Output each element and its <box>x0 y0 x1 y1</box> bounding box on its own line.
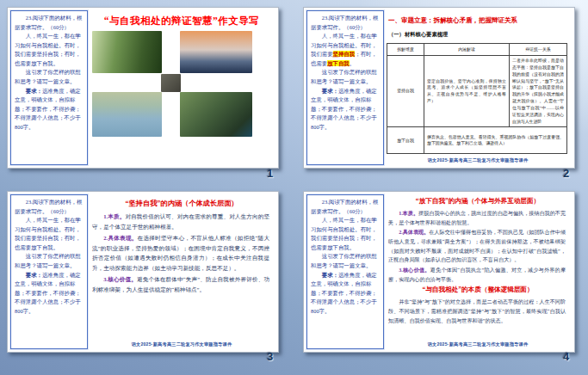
prompt-line: 23.阅读下面的材料，根据要求写作。（60分） <box>15 198 84 216</box>
numbered-point: 2.具体表现。在人际交往中懂得包容妥协，不固执己见（如团队合作中倾听他人意见，寻… <box>388 228 566 265</box>
photo-meditating-man-bamboo <box>92 31 162 73</box>
prompt-requirements: 要求：选准角度，确定立意，明确文体，自拟标题；不要套作，不得抄袭；不得泄露个人信… <box>311 271 380 317</box>
cell-meaning-keep-self: 坚定自我价值、坚守内心准则，保持独立思考、追求个人成长（如坚持理想不盲从、正视自… <box>424 56 510 127</box>
slide-thumbnail-1[interactable]: 23.阅读下面的材料，根据要求写作。（60分） 人，终其一生，都在学习如何与自我… <box>7 7 279 169</box>
section-title: “放下自我”的内涵（个体与外界互动层面） <box>383 197 573 206</box>
numbered-point: 1.本质。对自我价值的认可、对内在需求的尊重、对人生方向的坚守，是个体立足于世的… <box>92 212 269 232</box>
prompt-line-highlighted: 人，终其一生，都在学习如何与自我相处。有时，我们需要坚持自我；有时，也需要放下自… <box>311 32 380 68</box>
section-title: “坚持自我”的内涵（个体成长层面） <box>87 199 276 208</box>
highlight-let-go-self: 放下自我 <box>327 60 350 66</box>
prompt-line: 人，终其一生，都在学习如何与自我相处。有时，我们需要坚持自我；有时，也需要放下自… <box>15 216 84 252</box>
col-header-meaning: 内涵解读 <box>424 44 510 56</box>
prompt-line: 这引发了你怎样的联想和思考？请写一篇文章。 <box>311 252 380 270</box>
essay-prompt-box: 23.阅读下面的材料，根据要求写作。（60分） 人，终其一生，都在学习如何与自我… <box>10 194 88 349</box>
highlight-keep-self: 坚持自我 <box>333 51 356 57</box>
prompt-line: 23.阅读下面的材料，根据要求写作。（60分） <box>15 14 84 32</box>
prompt-line: 人，终其一生，都在学习如何与自我相处。有时，我们需要坚持自我；有时，也需要放下自… <box>15 32 84 68</box>
section-subheading: （一）材料核心要素梳理 <box>388 31 573 39</box>
point-label: 2.具体表现。 <box>399 230 429 235</box>
slide-number-1: 1 <box>267 167 273 180</box>
col-header-relation: 辩证统一关系 <box>510 44 567 56</box>
photo-woman-praying-mountain <box>180 31 252 73</box>
prompt-requirements: 要求：选准角度，确定立意，明确文体，自拟标题；不要套作，不得抄袭；不得泄露个人信… <box>311 87 380 132</box>
analysis-table: 拆解维度 内涵解读 辩证统一关系 坚持自我 坚定自我价值、坚守内心准则，保持独立… <box>387 43 567 154</box>
slide-number-3: 3 <box>267 350 273 363</box>
prompt-requirements: 要求：选准角度，确定立意，明确文体，自拟标题；不要套作，不得抄袭；不得泄露个人信… <box>15 271 84 317</box>
prompt-line: 人，终其一生，都在学习如何与自我相处。有时，我们需要坚持自我；有时，也需要放下自… <box>311 216 380 252</box>
photo-person-bench-lake <box>92 92 162 137</box>
slide-footer-credit: 语文2025·新高考高三二轮复习作文审题指导课件 <box>383 341 573 347</box>
slide-footer-credit: 语文2025·新高考高三二轮复习作文审题指导课件 <box>383 157 573 163</box>
cell-dimension-let-go-self: 放下自我 <box>387 127 424 154</box>
prompt-line: 这引发了你怎样的联想和思考？请写一篇文章。 <box>15 68 84 86</box>
page-title: “与自我相处的辩证智慧”作文导写 <box>87 15 276 28</box>
point-label: 1.本质。 <box>399 211 418 216</box>
point-label: 1.本质。 <box>103 213 125 219</box>
slide-sorter-canvas: 23.阅读下面的材料，根据要求写作。（60分） 人，终其一生，都在学习如何与自我… <box>0 0 588 375</box>
slide-footer-credit: 语文2025·新高考高三二轮复习作文审题指导课件 <box>87 341 276 347</box>
table-row: 放下自我 摒弃执念、包容他人意见、看轻得失、重视团队协作（如放下过度要强、放下固… <box>387 127 567 154</box>
col-header-dimension: 拆解维度 <box>387 44 424 56</box>
photo-monk-under-tree <box>180 92 252 137</box>
essay-prompt-box: 23.阅读下面的材料，根据要求写作。（60分） 人，终其一生，都在学习如何与自我… <box>306 194 384 349</box>
slide-number-4: 4 <box>563 350 569 363</box>
table-row: 坚持自我 坚定自我价值、坚守内心准则，保持独立思考、追求个人成长（如坚持理想不盲… <box>387 56 567 127</box>
slide-thumbnail-2[interactable]: 23.阅读下面的材料，根据要求写作。（60分） 人，终其一生，都在学习如何与自我… <box>303 7 575 169</box>
prompt-line: 这引发了你怎样的联想和思考？请写一篇文章。 <box>15 252 84 270</box>
cell-dimension-keep-self: 坚持自我 <box>387 56 424 127</box>
numbered-point: 3.核心价值。避免个体因“自我执念”陷入偏激、对立，减少与外界的摩擦，实现内心的… <box>388 266 566 284</box>
prompt-line: 23.阅读下面的材料，根据要求写作。（60分） <box>311 14 380 32</box>
photo-grid <box>92 31 269 144</box>
cell-relation: 二者并非非此即彼，而是动态平衡：坚持自我是放下自我的前提（没有对自我的清晰认知与… <box>510 56 567 127</box>
essence-paragraph: 并非“坚持”与“放下”的对立选择，而是二者动态平衡的过程：人生不同阶段、不同场景… <box>388 298 566 325</box>
prompt-requirements: 要求：选准角度，确定立意，明确文体，自拟标题；不要套作，不得抄袭；不得泄露个人信… <box>15 87 84 132</box>
point-label: 2.具体表现。 <box>103 235 137 241</box>
section-heading: 一、审题立意：拆解核心矛盾，把握辩证关系 <box>388 16 573 25</box>
prompt-line: 23.阅读下面的材料，根据要求写作。（60分） <box>311 198 380 216</box>
cell-meaning-let-go-self: 摒弃执念、包容他人意见、看轻得失、重视团队协作（如放下过度要强、放下固执偏见、放… <box>424 127 567 154</box>
photo-center-statue <box>161 74 181 92</box>
prompt-line: 这引发了你怎样的联想和思考？请写一篇文章。 <box>311 68 380 86</box>
slide-thumbnail-3[interactable]: 23.阅读下面的材料，根据要求写作。（60分） 人，终其一生，都在学习如何与自我… <box>7 191 279 353</box>
numbered-point: 2.具体表现。在选择时坚守本心，不盲从他人标准（如拒绝“随大流”的职业选择，坚持… <box>92 233 269 274</box>
essay-prompt-box: 23.阅读下面的材料，根据要求写作。（60分） 人，终其一生，都在学习如何与自我… <box>10 10 88 165</box>
point-label: 3.核心价值。 <box>399 267 430 273</box>
numbered-point: 1.本质。摆脱自我中心的执念，跳出过度的自恋与偏执，接纳自我的不完美，是个体与世… <box>388 209 566 227</box>
numbered-point: 3.核心价值。避免个体在群体中“失声”、防止自我被外界评价、功利标准绑架，为人生… <box>92 274 269 295</box>
section-title-2: “与自我相处”的本质（整体逻辑层面） <box>383 286 573 294</box>
slide-thumbnail-4[interactable]: 23.阅读下面的材料，根据要求写作。（60分） 人，终其一生，都在学习如何与自我… <box>303 191 575 353</box>
table-header-row: 拆解维度 内涵解读 辩证统一关系 <box>387 44 567 56</box>
point-label: 3.核心价值。 <box>103 276 137 282</box>
slide-number-2: 2 <box>563 167 569 180</box>
essay-prompt-box: 23.阅读下面的材料，根据要求写作。（60分） 人，终其一生，都在学习如何与自我… <box>306 10 384 165</box>
